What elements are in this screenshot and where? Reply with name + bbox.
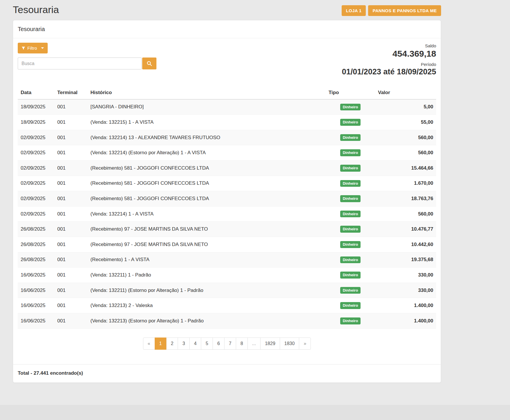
cell-tipo: Dinheiro — [326, 313, 375, 329]
cell-tipo: Dinheiro — [326, 176, 375, 191]
cell-terminal: 001 — [54, 222, 88, 237]
page-button[interactable]: 7 — [224, 338, 236, 350]
cell-data: 02/09/2025 — [18, 130, 54, 145]
page-button[interactable]: 1829 — [260, 338, 280, 350]
cell-terminal: 001 — [54, 130, 88, 145]
cell-tipo: Dinheiro — [326, 268, 375, 283]
table-row: 18/09/2025001(Venda: 132215) 1 - A VISTA… — [18, 115, 436, 130]
cell-valor: 560,00 — [375, 145, 436, 161]
cell-historico: (Recebimento) 581 - JOGGOFI CONFECCOES L… — [88, 191, 326, 207]
cell-data: 16/06/2025 — [18, 313, 54, 329]
page-button[interactable]: 3 — [178, 338, 190, 350]
cell-tipo: Dinheiro — [326, 99, 375, 115]
tipo-badge: Dinheiro — [340, 317, 361, 324]
cell-terminal: 001 — [54, 206, 88, 222]
page-button[interactable]: 2 — [166, 338, 178, 350]
cell-valor: 55,00 — [375, 115, 436, 130]
cell-valor: 560,00 — [375, 206, 436, 222]
cell-data: 26/08/2025 — [18, 252, 54, 268]
page-container: Tesouraria LOJA 1 PANNOS E PANNOS LTDA M… — [13, 0, 441, 383]
cell-terminal: 001 — [54, 115, 88, 130]
cell-historico: (Recebimento) 581 - JOGGOFI CONFECCOES L… — [88, 176, 326, 191]
store-button[interactable]: LOJA 1 — [342, 5, 366, 16]
pagination-prev[interactable]: « — [143, 338, 155, 350]
cell-terminal: 001 — [54, 298, 88, 313]
column-header-historico: Histórico — [88, 86, 326, 99]
table-row: 16/06/2025001(Venda: 132211) 1 - PadrãoD… — [18, 268, 436, 283]
tipo-badge: Dinheiro — [340, 287, 361, 294]
pagination-next[interactable]: » — [299, 338, 311, 350]
saldo-label: Saldo — [342, 43, 436, 48]
tipo-badge: Dinheiro — [340, 272, 361, 279]
cell-data: 16/06/2025 — [18, 298, 54, 313]
cell-data: 02/09/2025 — [18, 191, 54, 207]
page-button[interactable]: 5 — [201, 338, 213, 350]
cell-tipo: Dinheiro — [326, 252, 375, 268]
cell-data: 18/09/2025 — [18, 99, 54, 115]
cell-valor: 330,00 — [375, 268, 436, 283]
tipo-badge: Dinheiro — [340, 165, 361, 172]
filter-button[interactable]: Filtro — [18, 43, 48, 53]
search-button[interactable] — [142, 58, 156, 69]
search-row — [18, 58, 156, 69]
cell-historico: [SANGRIA - DINHEIRO] — [88, 99, 326, 115]
cell-data: 16/06/2025 — [18, 268, 54, 283]
cell-data: 16/06/2025 — [18, 283, 54, 298]
company-button[interactable]: PANNOS E PANNOS LTDA ME — [368, 5, 441, 16]
cell-historico: (Recebimento) 97 - JOSE MARTINS DA SILVA… — [88, 237, 326, 252]
table-row: 16/06/2025001(Venda: 132213) 2 - Valeska… — [18, 298, 436, 313]
cell-valor: 18.763,76 — [375, 191, 436, 207]
total-count: Total - 27.441 encontrado(s) — [13, 364, 441, 383]
tipo-badge: Dinheiro — [340, 104, 361, 111]
cell-historico: (Recebimento) 97 - JOSE MARTINS DA SILVA… — [88, 222, 326, 237]
chevron-down-icon — [41, 47, 44, 49]
search-icon — [147, 61, 152, 66]
page-header: Tesouraria LOJA 1 PANNOS E PANNOS LTDA M… — [13, 0, 441, 20]
filter-button-label: Filtro — [27, 46, 37, 51]
cell-historico: (Venda: 132214) 13 - ALEXANDRE TAVARES F… — [88, 130, 326, 145]
page-button[interactable]: 4 — [189, 338, 201, 350]
table-row: 26/08/2025001(Recebimento) 97 - JOSE MAR… — [18, 222, 436, 237]
column-header-data: Data — [18, 86, 54, 99]
cell-tipo: Dinheiro — [326, 191, 375, 207]
bottom-strip — [0, 405, 510, 420]
cell-historico: (Venda: 132211) (Estorno por Alteração) … — [88, 283, 326, 298]
cell-data: 02/09/2025 — [18, 206, 54, 222]
cell-tipo: Dinheiro — [326, 298, 375, 313]
tipo-badge: Dinheiro — [340, 241, 361, 248]
cell-valor: 1.670,00 — [375, 176, 436, 191]
table-row: 16/06/2025001(Venda: 132211) (Estorno po… — [18, 283, 436, 298]
summary-panel: Saldo 454.369,18 Período 01/01/2023 até … — [342, 43, 436, 77]
cell-terminal: 001 — [54, 99, 88, 115]
page-button[interactable]: 1 — [155, 338, 167, 350]
cell-valor: 5,00 — [375, 99, 436, 115]
cell-terminal: 001 — [54, 268, 88, 283]
cell-terminal: 001 — [54, 252, 88, 268]
cell-valor: 15.464,66 — [375, 160, 436, 176]
cell-valor: 10.442,60 — [375, 237, 436, 252]
tipo-badge: Dinheiro — [340, 226, 361, 233]
page-button[interactable]: 1830 — [280, 338, 299, 350]
page-button[interactable]: 8 — [236, 338, 248, 350]
cell-tipo: Dinheiro — [326, 145, 375, 161]
table-row: 16/06/2025001(Venda: 132213) (Estorno po… — [18, 313, 436, 329]
saldo-value: 454.369,18 — [342, 48, 436, 59]
column-header-terminal: Terminal — [54, 86, 88, 99]
cell-data: 02/09/2025 — [18, 145, 54, 161]
cell-historico: (Venda: 132214) (Estorno por Alteração) … — [88, 145, 326, 161]
tesouraria-card: Tesouraria Filtro — [13, 20, 441, 383]
table-header: Data Terminal Histórico Tipo Valor — [18, 86, 436, 99]
cell-terminal: 001 — [54, 283, 88, 298]
cell-historico: (Recebimento) 1 - A VISTA — [88, 252, 326, 268]
page-button[interactable]: 6 — [213, 338, 224, 350]
cell-data: 02/09/2025 — [18, 160, 54, 176]
table-row: 02/09/2025001(Venda: 132214) 13 - ALEXAN… — [18, 130, 436, 145]
cell-valor: 19.375,68 — [375, 252, 436, 268]
toolbar: Filtro — [18, 43, 436, 77]
table-row: 26/08/2025001(Recebimento) 1 - A VISTADi… — [18, 252, 436, 268]
page-title: Tesouraria — [13, 4, 59, 15]
periodo-value: 01/01/2023 até 18/09/2025 — [342, 67, 436, 77]
table-body: 18/09/2025001[SANGRIA - DINHEIRO]Dinheir… — [18, 99, 436, 329]
cell-terminal: 001 — [54, 191, 88, 207]
search-input[interactable] — [18, 58, 142, 69]
